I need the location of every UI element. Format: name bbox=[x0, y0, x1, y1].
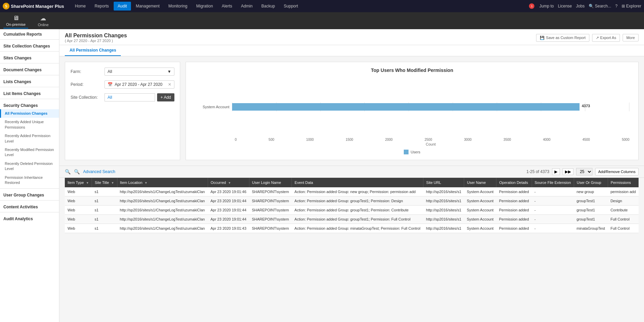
filter-section: Farm: All ▼ Period: 📅 Apr 27 2020 - Apr … bbox=[65, 62, 180, 160]
clear-period-btn[interactable]: ✕ bbox=[168, 82, 171, 87]
sidebar-section-site-collection[interactable]: Site Collection Changes bbox=[0, 41, 59, 50]
divider-9 bbox=[0, 212, 59, 212]
divider-7 bbox=[0, 188, 59, 189]
add-remove-columns-btn[interactable]: Add/Remove Columns bbox=[595, 168, 639, 175]
pagination-info: 1-25 of 4373 bbox=[527, 169, 549, 174]
per-page-select[interactable]: 25 bbox=[576, 168, 592, 175]
last-page-btn[interactable]: ▶▶ bbox=[563, 168, 573, 175]
site-collection-label: Site Collection: bbox=[71, 95, 105, 100]
col-source-file-ext[interactable]: Source File Extension bbox=[532, 178, 574, 187]
sidebar-item-recently-added-level[interactable]: Recently Added Permission Level bbox=[0, 132, 59, 146]
jump-to-link[interactable]: Jump to bbox=[539, 4, 554, 8]
divider-2 bbox=[0, 51, 59, 52]
x-label-8: 4000 bbox=[543, 138, 550, 141]
sidebar-section-security[interactable]: Security Changes bbox=[0, 100, 59, 109]
col-site-url[interactable]: Site URL bbox=[423, 178, 464, 187]
farm-filter-row: Farm: All ▼ bbox=[71, 68, 174, 76]
col-user-or-group[interactable]: User Or Group bbox=[574, 178, 608, 187]
nav-monitoring[interactable]: Monitoring bbox=[164, 2, 191, 11]
sidebar-section-content[interactable]: Content Activities bbox=[0, 202, 59, 211]
sidebar-item-recently-deleted-level[interactable]: Recently Deleted Permission Level bbox=[0, 159, 59, 173]
sidebar-item-permission-inheritance[interactable]: Permission Inheritance Restored bbox=[0, 173, 59, 187]
sidebar-section-cumulative[interactable]: Cumulative Reports bbox=[0, 29, 59, 38]
license-link[interactable]: License bbox=[558, 4, 572, 8]
sidebar-item-recently-modified-level[interactable]: Recently Modified Permission Level bbox=[0, 146, 59, 159]
nav-audit[interactable]: Audit bbox=[114, 2, 131, 11]
cell-row3-col7: System Account bbox=[464, 215, 496, 224]
nav-admin[interactable]: Admin bbox=[237, 2, 257, 11]
sidebar-section-sites[interactable]: Sites Changes bbox=[0, 53, 59, 62]
cell-row2-col5: Action: Permission added Group: groupTes… bbox=[292, 206, 423, 215]
sidebar-section-lists[interactable]: Lists Changes bbox=[0, 77, 59, 86]
sub-nav-on-premise[interactable]: 🖥 On-premise bbox=[3, 13, 28, 29]
tab-all-permission-changes[interactable]: All Permission Changes bbox=[65, 45, 121, 56]
cell-row3-col6: http://sp2016/sites/s1 bbox=[423, 215, 464, 224]
col-user-name[interactable]: User Name bbox=[464, 178, 496, 187]
results-bar-right: 1-25 of 4373 ▶ ▶▶ 25 Add/Remove Columns bbox=[527, 168, 639, 175]
farm-label: Farm: bbox=[71, 69, 105, 74]
explorer-btn[interactable]: ⊞ Explorer bbox=[622, 4, 641, 8]
sidebar-section-analytics[interactable]: Audit Analytics bbox=[0, 214, 59, 223]
sub-nav-online[interactable]: ☁ Online bbox=[35, 13, 51, 28]
sidebar-item-all-permission-changes[interactable]: All Permission Changes bbox=[0, 109, 59, 118]
col-occurred[interactable]: Occurred ▼ bbox=[208, 178, 249, 187]
col-item-location[interactable]: Item Location ▼ bbox=[117, 178, 208, 187]
col-user-login[interactable]: User Login Name bbox=[249, 178, 292, 187]
add-site-btn[interactable]: + Add bbox=[157, 93, 174, 101]
period-input[interactable]: 📅 Apr 27 2020 - Apr 27 2020 ✕ bbox=[105, 80, 174, 89]
cell-row2-col0: Web bbox=[65, 206, 92, 215]
farm-select[interactable]: All ▼ bbox=[105, 68, 174, 76]
sidebar-section-document[interactable]: Document Changes bbox=[0, 65, 59, 74]
table-wrapper: Item Type ▼ Site Title ▼ Item Location ▼ bbox=[59, 178, 644, 239]
nav-reports[interactable]: Reports bbox=[91, 2, 113, 11]
sidebar-item-recently-added-unique[interactable]: Recently Added Unique Permissions bbox=[0, 118, 59, 132]
export-as-btn[interactable]: ↗ Export As bbox=[592, 34, 620, 42]
cell-row3-col0: Web bbox=[65, 215, 92, 224]
save-custom-report-btn[interactable]: 💾 Save as Custom Report bbox=[536, 34, 589, 42]
search-icon-btn[interactable]: 🔍 bbox=[65, 169, 71, 174]
cell-row1-col11: Design bbox=[608, 196, 639, 206]
nav-backup[interactable]: Backup bbox=[257, 2, 279, 11]
cell-row1-col1: s1 bbox=[92, 196, 117, 206]
notification-bell[interactable]: 1 bbox=[529, 3, 535, 9]
col-site-title[interactable]: Site Title ▼ bbox=[92, 178, 117, 187]
site-collection-input-row: All + Add bbox=[105, 93, 174, 101]
sidebar-section-list-items[interactable]: List Items Changes bbox=[0, 89, 59, 97]
x-label-0: 0 bbox=[235, 138, 237, 141]
search-box[interactable]: 🔍 Search... bbox=[589, 4, 611, 8]
cell-row1-col7: System Account bbox=[464, 196, 496, 206]
more-btn[interactable]: More bbox=[623, 34, 639, 41]
cell-row0-col7: System Account bbox=[464, 187, 496, 196]
help-btn[interactable]: ? bbox=[615, 4, 618, 8]
nav-migration[interactable]: Migration bbox=[192, 2, 217, 11]
cell-row2-col4: SHAREPOINT\system bbox=[249, 206, 292, 215]
x-axis-labels: 0 500 1000 1500 2000 2500 3000 3500 4000… bbox=[235, 138, 629, 141]
next-page-btn[interactable]: ▶ bbox=[552, 168, 560, 175]
filter-chart-section: Farm: All ▼ Period: 📅 Apr 27 2020 - Apr … bbox=[59, 56, 644, 166]
nav-support[interactable]: Support bbox=[280, 2, 302, 11]
sidebar-section-user-group[interactable]: User Group Changes bbox=[0, 190, 59, 199]
site-collection-link[interactable]: All bbox=[105, 93, 155, 101]
jobs-link[interactable]: Jobs bbox=[576, 4, 585, 8]
nav-home[interactable]: Home bbox=[71, 2, 90, 11]
x-label-10: 5000 bbox=[622, 138, 629, 141]
advanced-search-icon[interactable]: 🔍 bbox=[74, 169, 80, 174]
nav-alerts[interactable]: Alerts bbox=[218, 2, 236, 11]
page-title: All Permission Changes bbox=[65, 33, 127, 39]
cell-row0-col0: Web bbox=[65, 187, 92, 196]
cell-row2-col7: System Account bbox=[464, 206, 496, 215]
cell-row4-col1: s1 bbox=[92, 224, 117, 233]
cell-row4-col9: - bbox=[532, 224, 574, 233]
col-event-data[interactable]: Event Data bbox=[292, 178, 423, 187]
legend-box-users bbox=[404, 150, 409, 154]
col-operation-details[interactable]: Operation Details bbox=[496, 178, 532, 187]
col-permissions[interactable]: Permissions bbox=[608, 178, 639, 187]
cell-row0-col1: s1 bbox=[92, 187, 117, 196]
cell-row0-col2: http://sp2016/sites/s1/ChangeLogTest/uzu… bbox=[117, 187, 208, 196]
cell-row3-col2: http://sp2016/sites/s1/ChangeLogTest/uzu… bbox=[117, 215, 208, 224]
advanced-search-link[interactable]: Advanced Search bbox=[83, 169, 115, 174]
nav-management[interactable]: Management bbox=[132, 2, 164, 11]
content-area: All Permission Changes ( Apr 27 2020 - A… bbox=[59, 29, 644, 322]
chart-title: Top Users Who Modified Permission bbox=[191, 68, 633, 73]
col-item-type[interactable]: Item Type ▼ bbox=[65, 178, 92, 187]
